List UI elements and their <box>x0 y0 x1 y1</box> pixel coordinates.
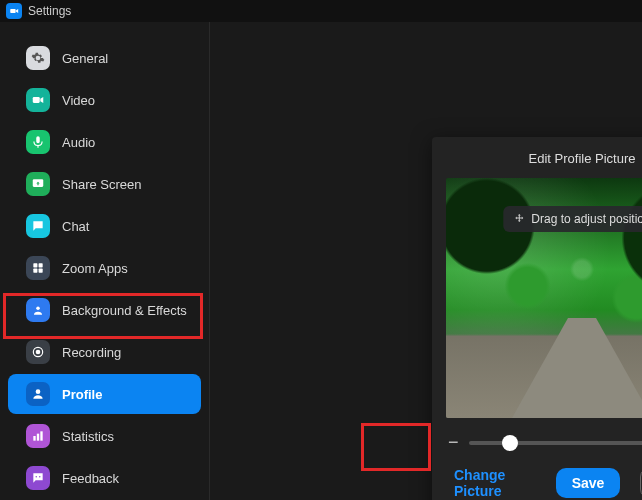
recording-icon <box>26 340 50 364</box>
zoom-icon <box>9 6 19 16</box>
svg-rect-6 <box>39 269 43 273</box>
sidebar-item-recording[interactable]: Recording <box>8 332 201 372</box>
svg-point-10 <box>36 389 41 394</box>
apps-icon <box>26 256 50 280</box>
slider-thumb[interactable] <box>502 435 518 451</box>
sidebar-item-label: Chat <box>62 219 89 234</box>
sidebar-item-label: Statistics <box>62 429 114 444</box>
sidebar-item-label: Zoom Apps <box>62 261 128 276</box>
dialog-actions: Change Picture Save Cancel <box>446 467 642 499</box>
svg-point-15 <box>39 476 41 478</box>
window-title: Settings <box>28 4 71 18</box>
gear-icon <box>26 46 50 70</box>
svg-point-7 <box>36 307 40 311</box>
sidebar-item-label: Audio <box>62 135 95 150</box>
move-icon <box>513 213 525 225</box>
svg-rect-12 <box>37 434 39 441</box>
app-logo <box>6 3 22 19</box>
sidebar-item-label: Video <box>62 93 95 108</box>
svg-rect-13 <box>40 431 42 440</box>
sidebar-item-label: Share Screen <box>62 177 142 192</box>
svg-rect-4 <box>39 263 43 267</box>
edit-profile-picture-dialog: Edit Profile Picture Drag to adjust posi… <box>432 137 642 500</box>
feedback-icon <box>26 466 50 490</box>
sidebar-item-statistics[interactable]: Statistics <box>8 416 201 456</box>
sidebar-item-video[interactable]: Video <box>8 80 201 120</box>
svg-rect-0 <box>10 9 15 13</box>
sidebar-item-profile[interactable]: Profile <box>8 374 201 414</box>
drag-hint-tooltip: Drag to adjust position <box>503 206 642 232</box>
statistics-icon <box>26 424 50 448</box>
sidebar-item-label: General <box>62 51 108 66</box>
sidebar-item-label: Feedback <box>62 471 119 486</box>
dialog-title: Edit Profile Picture <box>446 151 642 166</box>
sidebar-item-share-screen[interactable]: Share Screen <box>8 164 201 204</box>
settings-sidebar: General Video Audio Share Screen Chat Zo… <box>0 22 210 500</box>
zoom-out-icon[interactable]: − <box>448 432 459 453</box>
settings-content: Argentina ✦ ion tures Edit Profile Pictu… <box>210 22 642 500</box>
share-screen-icon <box>26 172 50 196</box>
video-icon <box>26 88 50 112</box>
sidebar-item-label: Background & Effects <box>62 303 187 318</box>
sidebar-item-chat[interactable]: Chat <box>8 206 201 246</box>
sidebar-item-feedback[interactable]: Feedback <box>8 458 201 498</box>
zoom-slider[interactable] <box>469 441 642 445</box>
svg-rect-5 <box>33 269 37 273</box>
sidebar-item-general[interactable]: General <box>8 38 201 78</box>
sidebar-item-background-effects[interactable]: Background & Effects <box>8 290 201 330</box>
picture-preview[interactable]: Drag to adjust position <box>446 178 642 418</box>
chat-icon <box>26 214 50 238</box>
sidebar-item-zoom-apps[interactable]: Zoom Apps <box>8 248 201 288</box>
svg-rect-11 <box>33 436 35 441</box>
audio-icon <box>26 130 50 154</box>
background-icon <box>26 298 50 322</box>
svg-rect-1 <box>33 97 40 103</box>
save-button[interactable]: Save <box>556 468 621 498</box>
person-icon <box>26 382 50 406</box>
sidebar-item-label: Recording <box>62 345 121 360</box>
zoom-slider-row: − + <box>448 432 642 453</box>
svg-rect-3 <box>33 263 37 267</box>
sidebar-item-audio[interactable]: Audio <box>8 122 201 162</box>
sidebar-item-label: Profile <box>62 387 102 402</box>
svg-point-14 <box>35 476 37 478</box>
titlebar: Settings <box>0 0 642 22</box>
change-picture-link[interactable]: Change Picture <box>454 467 516 499</box>
svg-point-9 <box>36 350 41 355</box>
